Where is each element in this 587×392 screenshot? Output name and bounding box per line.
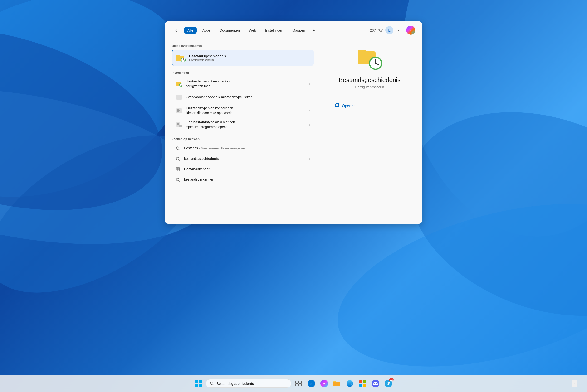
setting-icon-3 [175, 107, 183, 115]
svg-rect-69 [359, 380, 362, 383]
name-bold: Bestands [189, 54, 205, 58]
best-match-item[interactable]: Bestandsgeschiedenis Configuratiescherm [172, 50, 314, 66]
taskbar-center: Bestandsgeschiedenis e ✦ [193, 378, 394, 389]
search-icon-4 [175, 177, 181, 182]
svg-text:e: e [310, 381, 312, 386]
detail-title: Bestandsgeschiedenis [339, 76, 400, 84]
web-text-1: Bestands - Meer zoekresultaten weergeven [184, 146, 306, 151]
user-avatar[interactable]: L [385, 26, 393, 34]
best-match-text: Bestandsgeschiedenis Configuratiescherm [189, 54, 310, 62]
taskbar-icon-edge1[interactable]: e [306, 378, 317, 389]
settings-section-title: Instellingen [172, 71, 317, 74]
svg-point-34 [177, 147, 179, 149]
taskbar-search-text: Bestandsgeschiedenis [216, 382, 254, 386]
trophy-icon [378, 28, 383, 32]
more-options-button[interactable]: ··· [396, 26, 404, 34]
svg-text:✦: ✦ [410, 28, 412, 32]
main-content: Beste overeenkomst [165, 38, 422, 224]
file-explorer-icon [333, 379, 341, 388]
edge-icon-1: e [307, 379, 316, 388]
search-icon-2 [175, 156, 181, 162]
web-item-1[interactable]: Bestands - Meer zoekresultaten weergeven… [172, 143, 314, 154]
svg-rect-31 [177, 123, 179, 124]
taskbar-icon-discord[interactable] [370, 378, 381, 389]
tab-apps[interactable]: Apps [199, 26, 214, 34]
best-match-icon [176, 53, 186, 63]
chevron-icon-4: › [309, 123, 310, 126]
svg-rect-68 [333, 382, 340, 386]
settings-section: Instellingen Bestand [172, 71, 317, 132]
web-item-3[interactable]: Bestandsbeheer › [172, 164, 314, 174]
svg-rect-54 [195, 384, 198, 387]
setting-icon-2 [175, 93, 183, 101]
setting-item-1[interactable]: Bestanden vanuit een back-upterugzetten … [172, 77, 314, 91]
taskbar-icon-telegram[interactable]: 22 [383, 378, 394, 389]
setting-item-4[interactable]: Een bestandstype altijd met eenspecifiek… [172, 118, 314, 132]
tab-instellingen[interactable]: Instellingen [261, 26, 287, 34]
web-item-4[interactable]: bestandsverkenner › [172, 174, 314, 185]
telegram-badge: 22 [389, 378, 394, 381]
table-icon [175, 166, 181, 172]
result-count: 267 [370, 28, 376, 32]
taskbar-search-bar[interactable]: Bestandsgeschiedenis [206, 379, 291, 388]
svg-rect-23 [177, 96, 179, 96]
tab-alle[interactable]: Alle [184, 26, 197, 34]
web-text-3: Bestandsbeheer [184, 167, 306, 172]
task-view-icon [295, 380, 302, 387]
svg-rect-7 [380, 32, 381, 32]
taskbar-icon-edge2[interactable] [344, 378, 356, 389]
svg-rect-55 [199, 384, 202, 387]
copilot-icon[interactable]: ✦ [406, 26, 415, 35]
discord-icon [371, 379, 380, 388]
search-text-bold: geschiedenis [231, 382, 254, 386]
web-chevron-4: › [309, 178, 310, 182]
taskbar-icon-copilot[interactable]: ✦ [318, 378, 330, 389]
web-chevron-1: › [309, 146, 310, 150]
back-button[interactable] [172, 26, 181, 35]
taskbar-icon-store[interactable] [357, 378, 368, 389]
start-button[interactable] [193, 378, 204, 389]
svg-rect-53 [199, 380, 202, 383]
svg-rect-27 [177, 109, 179, 110]
search-panel: Alle Apps Documenten Web Instellingen Ma… [165, 22, 422, 224]
svg-rect-60 [295, 384, 298, 386]
svg-rect-70 [363, 380, 366, 383]
setting-icon-1 [175, 80, 183, 88]
task-view-button[interactable] [293, 378, 304, 389]
setting-icon-4 [175, 121, 183, 129]
web-item-2[interactable]: bestandsgeschiedenis › [172, 154, 314, 164]
svg-rect-32 [177, 124, 179, 124]
tab-mappen[interactable]: Mappen [289, 26, 309, 34]
svg-rect-24 [177, 97, 180, 97]
detail-divider [325, 95, 414, 95]
detail-subtitle: Configuratiescherm [355, 85, 384, 89]
best-match-title: Beste overeenkomst [172, 44, 317, 48]
web-text-4: bestandsverkenner [184, 177, 306, 182]
setting-item-2[interactable]: Standaardapp voor elk bestandstype kieze… [172, 91, 314, 104]
best-match-subtitle: Configuratiescherm [189, 58, 310, 62]
svg-rect-59 [298, 381, 302, 383]
copilot-taskbar-icon: ✦ [320, 379, 328, 388]
ms-store-icon [358, 379, 367, 388]
taskbar-search-icon [210, 381, 214, 386]
svg-rect-29 [177, 111, 179, 112]
more-categories-button[interactable]: ▶ [310, 27, 317, 34]
svg-rect-28 [177, 110, 180, 111]
left-panel: Beste overeenkomst [165, 38, 317, 224]
setting-text-4: Een bestandstype altijd met eenspecifiek… [187, 120, 306, 129]
setting-text-1: Bestanden vanuit een back-upterugzetten … [187, 79, 306, 88]
taskbar-icon-file-explorer[interactable] [331, 378, 343, 389]
setting-item-3[interactable]: Bestandstypen en koppelingenkiezen die d… [172, 104, 314, 118]
tab-web[interactable]: Web [245, 26, 260, 34]
search-text-normal: Bestands [216, 382, 231, 386]
setting-text-3: Bestandstypen en koppelingenkiezen die d… [187, 106, 306, 115]
edge-browser-icon [346, 379, 354, 388]
show-hidden-icons-button[interactable]: ∧ [571, 380, 577, 387]
tab-documenten[interactable]: Documenten [216, 26, 244, 34]
svg-text:✦: ✦ [323, 382, 326, 385]
web-chevron-2: › [309, 157, 310, 160]
chevron-icon-3: › [309, 109, 310, 112]
open-button[interactable]: Openen [332, 101, 358, 111]
detail-app-icon [357, 46, 383, 72]
svg-point-56 [211, 382, 213, 385]
